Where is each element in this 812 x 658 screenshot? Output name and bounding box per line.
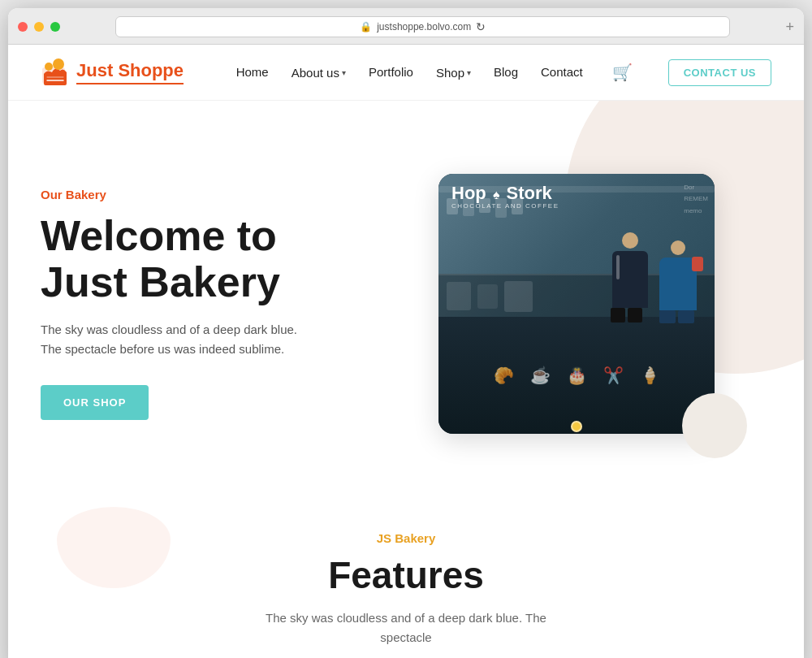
- logo-icon: [41, 58, 70, 87]
- nav-shop-label: Shop: [436, 66, 464, 80]
- features-subtitle: JS Bakery: [41, 531, 771, 545]
- website-content: Just Shoppe Home About us ▾ Portfolio: [8, 45, 804, 658]
- nav-link-contact[interactable]: Contact: [541, 65, 583, 79]
- bakery-icons-bar: 🥐 ☕ 🎂 ✂️ 🍦: [438, 317, 715, 434]
- chevron-down-icon-shop: ▾: [467, 68, 471, 77]
- hero-title: Welcome to Just Bakery: [41, 213, 382, 305]
- logo-shoppe: Shoppe: [118, 60, 184, 80]
- features-section: JS Bakery Features The sky was cloudless…: [8, 491, 804, 658]
- hero-subtitle: Our Bakery: [41, 188, 382, 201]
- cart-icon[interactable]: 🛒: [612, 63, 633, 81]
- logo-text: Just Shoppe: [76, 60, 184, 80]
- sign-hop: Hop: [451, 183, 486, 203]
- person-figure-2: [658, 240, 698, 318]
- nav-link-shop[interactable]: Shop ▾: [436, 66, 471, 80]
- side-notes: Dor REMEM memo: [684, 182, 708, 217]
- nav-about-label: About us: [292, 66, 339, 80]
- close-button[interactable]: [18, 22, 28, 32]
- nav-link-portfolio[interactable]: Portfolio: [369, 65, 413, 79]
- person-figure-1: [611, 232, 650, 318]
- chevron-down-icon: ▾: [342, 68, 346, 77]
- refresh-icon[interactable]: ↻: [476, 20, 486, 33]
- logo[interactable]: Just Shoppe: [41, 58, 184, 87]
- address-bar[interactable]: 🔒 justshoppe.bolvo.com ↻: [115, 16, 730, 37]
- nav-links: Home About us ▾ Portfolio Shop ▾ Blog Co…: [236, 59, 771, 86]
- bakery-icon-food: ✂️: [603, 366, 624, 385]
- features-description: The sky was cloudless and of a deep dark…: [244, 608, 568, 647]
- carousel-dot: [571, 421, 582, 432]
- nav-item-shop[interactable]: Shop ▾: [436, 66, 471, 80]
- bakery-sign: Hop ♠ Stork CHOCOLATE AND COFFEE: [451, 184, 559, 210]
- our-shop-button[interactable]: OUR SHOP: [41, 385, 149, 420]
- hero-bottom-blob: [682, 393, 747, 458]
- features-content: JS Bakery Features The sky was cloudless…: [41, 531, 771, 647]
- nav-item-cart[interactable]: 🛒: [606, 63, 633, 82]
- sign-symbol: ♠: [493, 188, 500, 201]
- lock-icon: 🔒: [360, 21, 372, 32]
- nav-item-home[interactable]: Home: [236, 65, 269, 80]
- hero-title-line1: Welcome to: [41, 212, 277, 259]
- hero-description: The sky was cloudless and of a deep dark…: [41, 320, 317, 359]
- svg-point-1: [45, 63, 53, 71]
- new-tab-button[interactable]: +: [785, 19, 794, 36]
- browser-window: 🔒 justshoppe.bolvo.com ↻ +: [8, 8, 804, 658]
- maximize-button[interactable]: [50, 22, 60, 32]
- svg-point-2: [53, 58, 64, 70]
- hero-content: Our Bakery Welcome to Just Bakery The sk…: [41, 188, 382, 420]
- nav-item-contact-btn[interactable]: CONTACT US: [655, 59, 771, 86]
- nav-link-home[interactable]: Home: [236, 65, 269, 79]
- navbar: Just Shoppe Home About us ▾ Portfolio: [8, 45, 804, 101]
- bakery-icon-coffee: ☕: [530, 366, 551, 385]
- nav-item-about[interactable]: About us ▾: [292, 66, 346, 80]
- url-text: justshoppe.bolvo.com: [377, 21, 471, 32]
- logo-underline: [76, 83, 184, 84]
- nav-item-contact[interactable]: Contact: [541, 65, 583, 80]
- logo-just: Just: [76, 60, 113, 80]
- hero-title-line2: Just Bakery: [41, 258, 280, 305]
- sign-subtitle: CHOCOLATE AND COFFEE: [451, 203, 559, 210]
- hero-section: Our Bakery Welcome to Just Bakery The sk…: [8, 101, 804, 491]
- contact-us-button[interactable]: CONTACT US: [668, 59, 771, 86]
- nav-item-portfolio[interactable]: Portfolio: [369, 65, 413, 80]
- browser-chrome: 🔒 justshoppe.bolvo.com ↻ +: [8, 8, 804, 45]
- minimize-button[interactable]: [34, 22, 44, 32]
- nav-link-blog[interactable]: Blog: [494, 65, 518, 79]
- bakery-icon-ice: 🍦: [640, 366, 660, 385]
- bakery-icon-croissant: 🥐: [494, 366, 514, 385]
- nav-link-about[interactable]: About us ▾: [292, 66, 346, 80]
- features-title: Features: [41, 553, 771, 597]
- hero-image-wrapper: Hop ♠ Stork CHOCOLATE AND COFFEE Dor REM…: [382, 174, 771, 434]
- sign-stork: Stork: [507, 183, 552, 203]
- bakery-icon-cake: 🎂: [567, 366, 587, 385]
- nav-item-blog[interactable]: Blog: [494, 65, 518, 80]
- hero-image: Hop ♠ Stork CHOCOLATE AND COFFEE Dor REM…: [438, 174, 715, 434]
